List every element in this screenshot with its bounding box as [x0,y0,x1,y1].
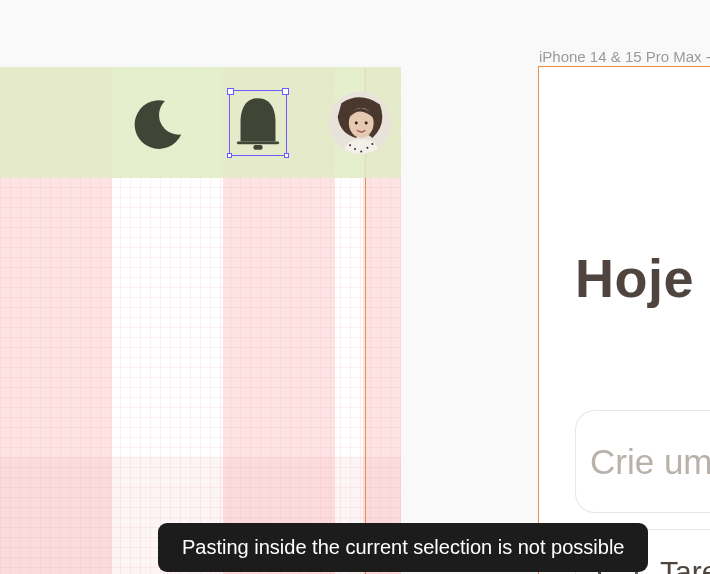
svg-point-6 [349,144,351,146]
page-title: Hoje [575,247,694,309]
app-header [0,67,401,178]
avatar[interactable] [329,92,391,154]
svg-rect-0 [237,141,279,144]
svg-point-5 [365,121,368,124]
moon-icon[interactable] [129,94,187,152]
svg-rect-1 [253,145,262,150]
design-frame-right[interactable]: Hoje Crie uma Taref [539,67,710,574]
design-canvas[interactable]: iPhone 14 & 15 Pro Max - 1 Hoje Crie uma… [0,0,710,574]
selected-layer[interactable] [229,90,287,156]
svg-point-10 [360,150,362,152]
input-placeholder: Crie uma [590,442,710,482]
svg-point-4 [355,121,358,124]
task-label: Taref [660,555,710,574]
bell-icon[interactable] [235,94,281,152]
svg-point-7 [354,148,356,150]
create-task-input[interactable]: Crie uma [575,410,710,513]
frame-label[interactable]: iPhone 14 & 15 Pro Max - 1 [539,48,710,65]
svg-point-9 [371,143,373,145]
toast-message: Pasting inside the current selection is … [158,523,648,572]
design-frame-left[interactable] [0,67,401,574]
svg-point-8 [366,146,368,148]
